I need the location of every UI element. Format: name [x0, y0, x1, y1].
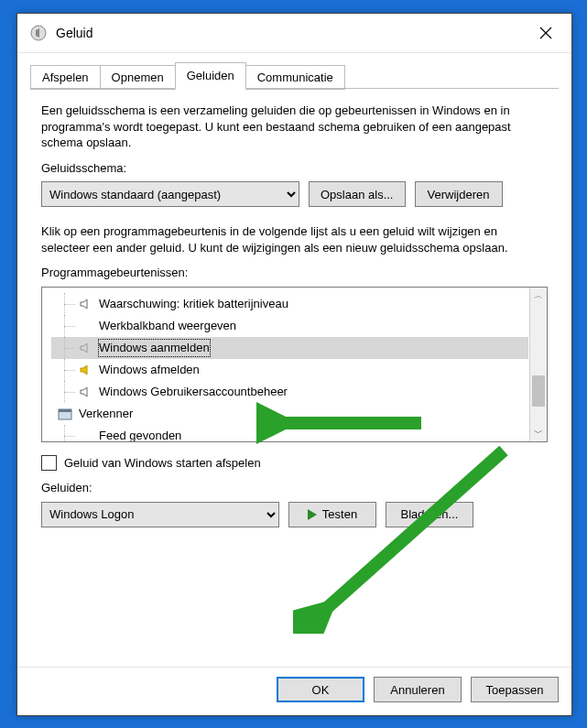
cancel-button[interactable]: Annuleren [374, 677, 462, 702]
tab-afspelen[interactable]: Afspelen [30, 65, 101, 90]
scheme-description: Een geluidsschema is een verzameling gel… [41, 103, 548, 151]
list-item[interactable]: Werkbalkband weergeven [51, 315, 528, 337]
save-as-button[interactable]: Opslaan als... [309, 181, 406, 207]
browse-button[interactable]: Bladeren... [386, 502, 473, 527]
svg-rect-2 [59, 409, 71, 412]
scheme-label: Geluidsschema: [41, 160, 548, 177]
events-listbox[interactable]: Waarschuwing: kritiek batterijniveau Wer… [41, 287, 548, 442]
test-button[interactable]: Testen [288, 502, 376, 527]
play-startup-row[interactable]: Geluid van Windows starten afspelen [41, 455, 548, 472]
speaker-yellow-icon [79, 364, 93, 376]
scrollbar[interactable]: ︿ ﹀ [529, 288, 547, 441]
speaker-icon [79, 386, 93, 398]
sound-select[interactable]: Windows Logon [41, 502, 279, 527]
list-item[interactable]: Feed gevonden [51, 425, 528, 442]
events-label: Programmagebeurtenissen: [41, 265, 548, 281]
scroll-up[interactable]: ︿ [530, 288, 547, 304]
play-icon [308, 509, 317, 520]
sound-icon [30, 25, 47, 41]
speaker-icon [79, 298, 93, 310]
play-startup-checkbox[interactable] [41, 455, 57, 471]
list-item-selected[interactable]: Windows aanmelden [51, 337, 528, 359]
list-item[interactable]: Windows Gebruikersaccountbeheer [51, 381, 528, 403]
events-help: Klik op een programmagebeurtenis in de v… [41, 223, 548, 255]
list-item-root[interactable]: Verkenner [51, 403, 528, 425]
window-title: Geluid [56, 26, 527, 40]
sounds-label: Geluiden: [41, 480, 548, 496]
delete-button[interactable]: Verwijderen [415, 181, 503, 207]
sound-dialog: Geluid Afspelen Opnemen Geluiden Communi… [16, 13, 572, 716]
list-item[interactable]: Waarschuwing: kritiek batterijniveau [51, 293, 528, 315]
ok-button[interactable]: OK [277, 677, 364, 702]
tabbar: Afspelen Opnemen Geluiden Communicatie [17, 53, 571, 89]
play-startup-label: Geluid van Windows starten afspelen [64, 455, 261, 472]
explorer-icon [57, 407, 73, 420]
titlebar: Geluid [17, 14, 571, 53]
apply-button[interactable]: Toepassen [471, 677, 559, 702]
scroll-down[interactable]: ﹀ [530, 425, 547, 441]
tab-geluiden[interactable]: Geluiden [175, 62, 246, 89]
tab-communicatie[interactable]: Communicatie [245, 65, 345, 90]
tab-content: Een geluidsschema is een verzameling gel… [17, 90, 571, 667]
speaker-muted-icon [79, 342, 93, 354]
close-button[interactable] [527, 15, 564, 51]
dialog-footer: OK Annuleren Toepassen [17, 667, 571, 715]
tab-opnemen[interactable]: Opnemen [100, 65, 176, 90]
scroll-thumb[interactable] [532, 375, 545, 407]
list-item[interactable]: Windows afmelden [51, 359, 528, 381]
scheme-select[interactable]: Windows standaard (aangepast) [41, 181, 299, 207]
